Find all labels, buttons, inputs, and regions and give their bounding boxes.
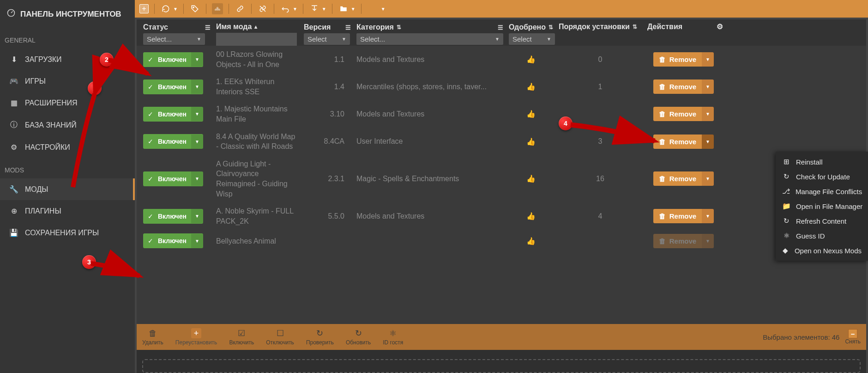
table-row[interactable]: ✓ Включен ▼ A Guiding Light - Clairvoyan…	[137, 155, 866, 202]
sidebar-title: ПАНЕЛЬ ИНСТРУМЕНТОВ	[0, 0, 135, 28]
ctx-open-folder[interactable]: 📁Open in File Manager	[776, 199, 868, 214]
drop-target[interactable]	[142, 359, 861, 373]
footer-disable[interactable]: ☐ Отключить	[266, 328, 294, 346]
table-row[interactable]: ✓ Включен ▼ 8.4 A Quality World Map - Cl…	[137, 128, 866, 155]
status-dropdown[interactable]: ▼	[191, 107, 203, 121]
link-button[interactable]	[235, 3, 246, 14]
table-row[interactable]: ✓ Включен ▼ Bellyaches Animal 👍 🗑 Remove…	[137, 230, 866, 252]
table-row[interactable]: ✓ Включен ▼ 00 LRazors Glowing Objects -…	[137, 46, 866, 73]
remove-button[interactable]: 🗑 Remove	[653, 135, 702, 149]
tag-button[interactable]	[189, 3, 200, 14]
sitemap-button[interactable]	[212, 3, 223, 14]
remove-button[interactable]: 🗑 Remove	[653, 79, 702, 94]
table-settings[interactable]: ⚙	[714, 22, 730, 46]
footer-reinstall[interactable]: + Переустановить	[175, 328, 217, 346]
approved-filter-text: Select	[512, 35, 532, 43]
undo-dropdown[interactable]: ▼	[293, 6, 297, 12]
svg-point-1	[193, 7, 194, 8]
nav-settings[interactable]: ⚙ НАСТРОЙКИ	[0, 136, 135, 158]
col-order[interactable]: Порядок установки ⇅	[556, 23, 645, 46]
remove-dropdown[interactable]: ▼	[702, 52, 714, 67]
status-dropdown[interactable]: ▼	[191, 171, 203, 186]
status-dropdown[interactable]: ▼	[191, 79, 203, 94]
nav-downloads[interactable]: ⬇ ЗАГРУЗКИ	[0, 49, 135, 70]
name-filter-input[interactable]	[216, 33, 297, 46]
deselect-button[interactable]: −	[848, 329, 857, 338]
remove-dropdown[interactable]: ▼	[702, 107, 714, 121]
thumbs-up-icon[interactable]: 👍	[526, 212, 536, 220]
remove-dropdown[interactable]: ▼	[702, 234, 714, 248]
remove-button[interactable]: 🗑 Remove	[653, 234, 702, 248]
col-category[interactable]: Категория ⇅ ☰ Select... ▼	[354, 23, 506, 45]
sort-icon: ⇅	[633, 24, 637, 30]
table-row[interactable]: ✓ Включен ▼ 1. Majestic Mountains Main F…	[137, 100, 866, 128]
ctx-guess-id[interactable]: ⚛Guess ID	[776, 228, 868, 243]
nav-games[interactable]: 🎮 ИГРЫ	[0, 70, 135, 92]
status-toggle[interactable]: ✓ Включен ▼	[143, 52, 203, 67]
add-button[interactable]: +	[139, 4, 149, 13]
thumbs-up-icon[interactable]: 👍	[526, 138, 536, 146]
status-dropdown[interactable]: ▼	[191, 135, 203, 149]
ctx-check-update[interactable]: ↻Check for Update	[776, 169, 868, 184]
approved-filter[interactable]: Select ▼	[509, 33, 555, 45]
thumbs-up-icon[interactable]: 👍	[526, 83, 536, 91]
unlink-button[interactable]	[257, 3, 268, 14]
version-filter[interactable]: Select ▼	[304, 33, 350, 45]
ctx-reinstall[interactable]: ⊞Reinstall	[776, 154, 868, 169]
status-toggle[interactable]: ✓ Включен ▼	[143, 134, 203, 149]
nav-saves[interactable]: 💾 СОХРАНЕНИЯ ИГРЫ	[0, 222, 135, 244]
footer-update[interactable]: ↻ Обновить	[346, 328, 371, 346]
status-dropdown[interactable]: ▼	[191, 234, 203, 248]
undo-button[interactable]	[280, 3, 291, 14]
refresh-button[interactable]	[160, 3, 171, 14]
ctx-open-nexus[interactable]: ◆Open on Nexus Mods	[776, 243, 868, 258]
remove-dropdown[interactable]: ▼	[702, 209, 714, 223]
table-row[interactable]: ✓ Включен ▼ 1. EEKs Whiterun Interiors S…	[137, 73, 866, 100]
status-toggle[interactable]: ✓ Включен ▼	[143, 79, 203, 94]
status-toggle[interactable]: ✓ Включен ▼	[143, 171, 203, 186]
status-toggle[interactable]: ✓ Включен ▼	[143, 107, 203, 122]
remove-dropdown[interactable]: ▼	[702, 135, 714, 149]
folder-button[interactable]	[338, 3, 349, 14]
deploy-dropdown[interactable]: ▼	[322, 6, 326, 12]
footer-delete[interactable]: 🗑 Удалить	[142, 329, 163, 346]
footer-guest-id[interactable]: ⚛ ID гостя	[383, 328, 403, 346]
category-filter[interactable]: Select... ▼	[356, 33, 503, 45]
status-filter[interactable]: Select... ▼	[143, 33, 205, 45]
status-dropdown[interactable]: ▼	[191, 52, 203, 67]
status-label: Включен	[158, 171, 191, 186]
remove-button[interactable]: 🗑 Remove	[653, 171, 702, 186]
nav-extensions[interactable]: ▦ РАСШИРЕНИЯ	[0, 92, 135, 114]
ctx-file-conflicts[interactable]: ⎇Manage File Conflicts	[776, 184, 868, 199]
thumbs-up-icon[interactable]: 👍	[526, 237, 536, 245]
nav-knowledge[interactable]: ⓘ БАЗА ЗНАНИЙ	[0, 114, 135, 136]
col-version[interactable]: Версия ☰ Select ▼	[301, 23, 354, 45]
footer-check[interactable]: ↻ Проверить	[306, 328, 334, 346]
remove-dropdown[interactable]: ▼	[702, 171, 714, 186]
remove-dropdown[interactable]: ▼	[702, 79, 714, 94]
thumbs-up-icon[interactable]: 👍	[526, 110, 536, 118]
col-status[interactable]: Статус ☰ Select... ▼	[140, 23, 213, 45]
remove-button[interactable]: 🗑 Remove	[653, 107, 702, 121]
col-name[interactable]: Имя мода ▴	[213, 23, 301, 46]
col-approved[interactable]: Одобрено ⇅ Select ▼	[506, 23, 556, 45]
thumbs-up-icon[interactable]: 👍	[526, 55, 536, 63]
status-toggle[interactable]: ✓ Включен ▼	[143, 209, 203, 224]
nav-mods[interactable]: 🔧 МОДЫ	[0, 178, 135, 200]
remove-button[interactable]: 🗑 Remove	[653, 209, 702, 223]
refresh-dropdown[interactable]: ▼	[173, 6, 178, 12]
mod-category: Mercantiles (shops, stores, inns, taver.…	[356, 83, 487, 91]
footer-enable[interactable]: ☑ Включить	[229, 328, 254, 346]
status-toggle[interactable]: ✓ Включен ▼	[143, 233, 203, 248]
remove-button[interactable]: 🗑 Remove	[653, 52, 702, 67]
ctx-refresh-content[interactable]: ↻Refresh Content	[776, 214, 868, 228]
sort-asc-icon: ▴	[254, 24, 257, 30]
folder-dropdown[interactable]: ▼	[351, 6, 356, 12]
nexus-icon: ◆	[782, 246, 789, 255]
nav-plugins[interactable]: ⊕ ПЛАГИНЫ	[0, 200, 135, 222]
more-dropdown[interactable]: ▼	[381, 6, 386, 12]
deploy-button[interactable]	[309, 3, 320, 14]
status-dropdown[interactable]: ▼	[191, 209, 203, 223]
table-row[interactable]: ✓ Включен ▼ A. Noble Skyrim - FULL PACK_…	[137, 202, 866, 230]
thumbs-up-icon[interactable]: 👍	[526, 175, 536, 183]
